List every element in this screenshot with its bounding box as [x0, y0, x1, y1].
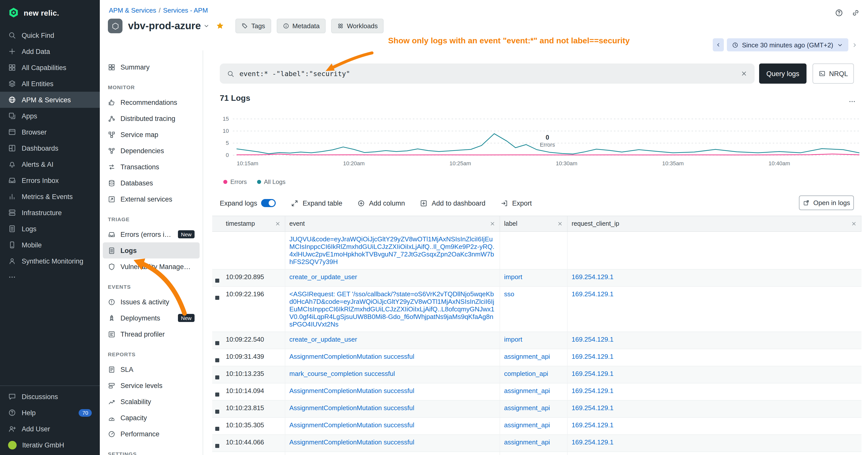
- log-event-link[interactable]: mark_course_completion successful: [289, 370, 395, 378]
- log-row[interactable]: 10:10:14.094AssignmentCompletionMutation…: [212, 384, 862, 400]
- log-label-link[interactable]: assignment_api: [504, 421, 550, 429]
- log-request-client-ip-link[interactable]: 169.254.129.1: [571, 290, 614, 298]
- log-request-client-ip-link[interactable]: 169.254.129.1: [571, 353, 614, 360]
- subnav-item-scalability[interactable]: Scalability: [103, 393, 199, 410]
- row-marker-cell[interactable]: [212, 418, 222, 434]
- row-marker-cell[interactable]: [212, 332, 222, 349]
- subnav-item-summary[interactable]: Summary: [103, 59, 199, 75]
- log-row[interactable]: 10:10:49.051mark_course_completion succe…: [212, 452, 862, 455]
- log-label-link[interactable]: import: [504, 273, 522, 281]
- subnav-item-databases[interactable]: Databases: [103, 175, 199, 191]
- sidebar-item-apps[interactable]: Apps: [0, 108, 100, 124]
- log-event-link[interactable]: AssignmentCompletionMutation successful: [289, 421, 414, 429]
- add-to-dashboard-button[interactable]: Add to dashboard: [420, 199, 486, 207]
- log-row[interactable]: JUQVU&code=eyJraWQiOiJjcGltY29yZV8wOTl1M…: [212, 232, 862, 269]
- column-header-timestamp[interactable]: timestamp: [222, 216, 285, 231]
- log-label-link[interactable]: assignment_api: [504, 353, 550, 360]
- log-event-link[interactable]: AssignmentCompletionMutation successful: [289, 353, 414, 360]
- log-row[interactable]: 10:09:20.895create_or_update_userimport1…: [212, 269, 862, 287]
- log-label-link[interactable]: assignment_api: [504, 387, 550, 394]
- log-event-link[interactable]: AssignmentCompletionMutation successful: [289, 438, 414, 446]
- sidebar-item-all-capabilities[interactable]: All Capabilities: [0, 60, 100, 75]
- subnav-item-logs[interactable]: Logs: [103, 242, 199, 259]
- subnav-item-errors-errors-inb[interactable]: Errors (errors inb...New: [103, 226, 199, 242]
- remove-column-icon[interactable]: [275, 221, 281, 227]
- expand-table-button[interactable]: Expand table: [291, 199, 342, 207]
- sidebar-item-dashboards[interactable]: Dashboards: [0, 140, 100, 156]
- row-marker-cell[interactable]: [212, 452, 222, 455]
- log-event-link[interactable]: <ASGIRequest: GET '/sso/callback/?state=…: [289, 290, 494, 328]
- sidebar-item-logs[interactable]: Logs: [0, 221, 100, 237]
- sidebar-footer-item-iterativ-gmbh[interactable]: Iterativ GmbH: [0, 437, 100, 453]
- sidebar-footer-item-discussions[interactable]: Discussions: [0, 389, 100, 404]
- subnav-item-performance[interactable]: Performance: [103, 426, 199, 442]
- subnav-item-service-map[interactable]: Service map: [103, 127, 199, 142]
- row-marker-cell[interactable]: [212, 384, 222, 400]
- row-marker-cell[interactable]: [212, 435, 222, 452]
- subnav-item-service-levels[interactable]: Service levels: [103, 378, 199, 393]
- sidebar-item-alerts-ai[interactable]: Alerts & AI: [0, 156, 100, 172]
- remove-column-icon[interactable]: [851, 221, 857, 227]
- sidebar-item-synthetic-monitoring[interactable]: Synthetic Monitoring: [0, 253, 100, 269]
- row-marker-cell[interactable]: [212, 349, 222, 366]
- chart-options-kebab-icon[interactable]: [848, 97, 856, 106]
- help-circle-icon[interactable]: [835, 8, 843, 18]
- logs-timeseries-chart[interactable]: 05101510:15am10:20am10:25am10:30am10:35a…: [218, 115, 860, 169]
- row-marker-cell[interactable]: [212, 287, 222, 331]
- log-event-link[interactable]: JUQVU&code=eyJraWQiOiJjcGltY29yZV8wOTl1M…: [289, 235, 494, 265]
- log-request-client-ip-link[interactable]: 169.254.129.1: [571, 387, 614, 394]
- log-row[interactable]: 10:09:31.439AssignmentCompletionMutation…: [212, 349, 862, 366]
- subnav-item-recommendations[interactable]: Recommendations: [103, 94, 199, 110]
- log-request-client-ip-link[interactable]: 169.254.129.1: [571, 370, 614, 378]
- entity-dropdown-chevron-icon[interactable]: [204, 23, 210, 29]
- subnav-item-distributed-tracing[interactable]: Distributed tracing: [103, 110, 199, 127]
- log-label-link[interactable]: completion_api: [504, 370, 548, 378]
- row-marker-cell[interactable]: [212, 366, 222, 383]
- brand-logo[interactable]: new relic.: [0, 0, 100, 23]
- breadcrumb-services-apm[interactable]: Services - APM: [163, 6, 208, 14]
- subnav-item-transactions[interactable]: Transactions: [103, 159, 199, 175]
- subnav-item-external-services[interactable]: External services: [103, 191, 199, 207]
- sidebar-item-apm-services[interactable]: APM & Services: [0, 92, 100, 108]
- log-label-link[interactable]: assignment_api: [504, 404, 550, 412]
- row-marker-cell[interactable]: [212, 400, 222, 417]
- log-row[interactable]: 10:09:22.540create_or_update_userimport1…: [212, 332, 862, 349]
- log-event-link[interactable]: AssignmentCompletionMutation successful: [289, 387, 414, 394]
- log-request-client-ip-link[interactable]: 169.254.129.1: [571, 335, 614, 343]
- log-request-client-ip-link[interactable]: 169.254.129.1: [571, 404, 614, 412]
- query-logs-button[interactable]: Query logs: [759, 64, 806, 84]
- row-marker-cell[interactable]: [212, 232, 222, 269]
- log-request-client-ip-link[interactable]: 169.254.129.1: [571, 273, 614, 281]
- sidebar-item-mobile[interactable]: Mobile: [0, 237, 100, 253]
- log-search-bar[interactable]: event:* -"label":"security": [220, 64, 754, 84]
- column-header-event[interactable]: event: [285, 216, 500, 231]
- search-input[interactable]: event:* -"label":"security": [240, 69, 350, 77]
- remove-column-icon[interactable]: [557, 221, 563, 227]
- time-back-button[interactable]: [713, 38, 724, 52]
- sidebar-item-browser[interactable]: Browser: [0, 124, 100, 140]
- log-row[interactable]: 10:10:44.066AssignmentCompletionMutation…: [212, 435, 862, 452]
- tags-button[interactable]: Tags: [236, 19, 271, 33]
- time-range-button[interactable]: Since 30 minutes ago (GMT+2): [727, 38, 848, 52]
- time-forward-button[interactable]: [851, 41, 858, 48]
- sidebar-item-infrastructure[interactable]: Infrastructure: [0, 204, 100, 221]
- log-event-link[interactable]: create_or_update_user: [289, 335, 357, 343]
- open-in-logs-button[interactable]: Open in logs: [799, 195, 854, 210]
- log-row[interactable]: 10:09:22.196<ASGIRequest: GET '/sso/call…: [212, 287, 862, 332]
- legend-item-all-logs[interactable]: All Logs: [257, 178, 285, 186]
- subnav-item-capacity[interactable]: Capacity: [103, 410, 199, 426]
- subnav-item-sla[interactable]: SLA: [103, 361, 199, 378]
- sidebar-item-quick-find[interactable]: Quick Find: [0, 27, 100, 43]
- log-row[interactable]: 10:10:23.815AssignmentCompletionMutation…: [212, 400, 862, 418]
- legend-item-errors[interactable]: Errors: [223, 178, 247, 186]
- sidebar-footer-item-help[interactable]: Help70: [0, 404, 100, 421]
- column-header-label[interactable]: label: [500, 216, 567, 231]
- nrql-button[interactable]: NRQL: [812, 64, 854, 84]
- add-column-button[interactable]: Add column: [358, 199, 405, 207]
- clear-search-icon[interactable]: [741, 70, 747, 77]
- permalink-icon[interactable]: [851, 8, 860, 18]
- subnav-item-deployments[interactable]: DeploymentsNew: [103, 310, 199, 326]
- subnav-item-thread-profiler[interactable]: Thread profiler: [103, 326, 199, 342]
- remove-column-icon[interactable]: [490, 221, 496, 227]
- log-label-link[interactable]: import: [504, 335, 522, 343]
